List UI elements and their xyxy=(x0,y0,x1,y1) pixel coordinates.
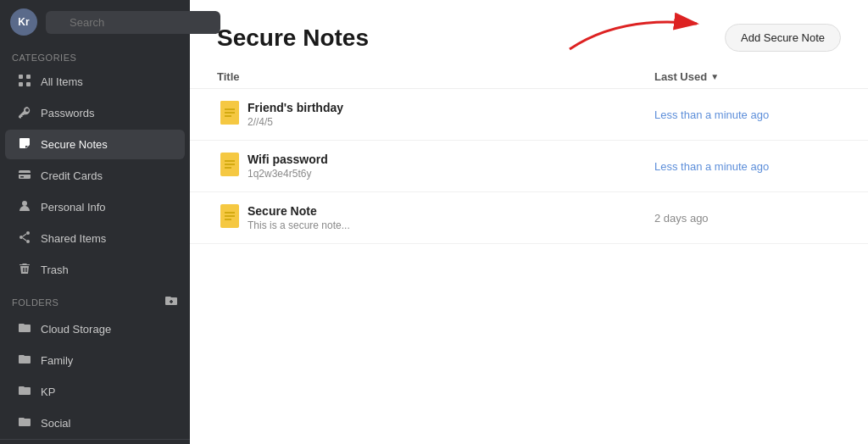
sidebar-item-kp[interactable]: KP xyxy=(5,377,185,407)
sidebar-item-passwords[interactable]: Passwords xyxy=(5,98,185,128)
note-preview: This is a secure note... xyxy=(248,219,654,231)
col-title-header: Title xyxy=(217,70,654,83)
svg-point-7 xyxy=(22,201,27,206)
folder-icon xyxy=(17,415,32,431)
note-info: Secure Note This is a secure note... xyxy=(248,204,654,231)
sidebar-item-label: Social xyxy=(41,417,70,430)
sidebar-item-shared-items[interactable]: Shared Items xyxy=(5,224,185,253)
arrow-annotation xyxy=(553,7,722,58)
note-file-icon xyxy=(217,99,248,130)
sidebar-item-family[interactable]: Family xyxy=(5,346,185,375)
note-preview: 2//4/5 xyxy=(248,116,654,128)
note-file-icon xyxy=(217,151,248,181)
main-relative-container: Secure Notes Add Secure Note Title Last … xyxy=(190,0,868,444)
sidebar: Kr 🔍 Categories All Items Passwords Secu… xyxy=(0,0,190,444)
sidebar-header: Kr 🔍 xyxy=(0,0,190,44)
share-icon xyxy=(17,230,32,247)
svg-rect-2 xyxy=(19,82,23,86)
page-title: Secure Notes xyxy=(217,25,369,52)
svg-rect-0 xyxy=(19,75,23,79)
sidebar-item-personal-info[interactable]: Personal Info xyxy=(5,192,185,222)
sidebar-item-label: Credit Cards xyxy=(41,169,103,182)
note-row[interactable]: Wifi password 1q2w3e4r5t6y Less than a m… xyxy=(190,141,868,192)
svg-point-10 xyxy=(26,240,30,243)
svg-rect-6 xyxy=(20,176,24,178)
sidebar-item-all-items[interactable]: All Items xyxy=(5,67,185,97)
main-header: Secure Notes Add Secure Note xyxy=(190,0,868,65)
note-preview: 1q2w3e4r5t6y xyxy=(248,168,654,180)
note-title: Friend's birthday xyxy=(248,101,654,114)
note-last-used: Less than a minute ago xyxy=(654,160,841,173)
note-row[interactable]: Friend's birthday 2//4/5 Less than a min… xyxy=(190,89,868,141)
sidebar-item-label: All Items xyxy=(41,75,83,88)
note-row[interactable]: Secure Note This is a secure note... 2 d… xyxy=(190,192,868,244)
note-title: Secure Note xyxy=(248,204,654,218)
sidebar-item-label: Personal Info xyxy=(41,201,106,214)
add-secure-note-button[interactable]: Add Secure Note xyxy=(725,24,841,52)
trash-icon xyxy=(17,262,32,278)
sidebar-item-label: Shared Items xyxy=(41,232,106,245)
sidebar-item-cloud-storage[interactable]: Cloud Storage xyxy=(5,314,185,344)
col-last-used-header[interactable]: Last Used ▼ xyxy=(654,70,841,83)
sidebar-item-label: KP xyxy=(41,386,55,398)
folders-label: Folders xyxy=(12,297,58,308)
sidebar-item-social[interactable]: Social xyxy=(5,408,185,438)
person-icon xyxy=(17,199,32,215)
note-info: Wifi password 1q2w3e4r5t6y xyxy=(248,153,654,180)
note-title: Wifi password xyxy=(248,153,654,166)
svg-rect-1 xyxy=(26,75,31,79)
folder-icon xyxy=(17,384,32,400)
note-last-used: Less than a minute ago xyxy=(654,108,841,121)
grid-icon xyxy=(17,74,32,90)
sidebar-item-label: Secure Notes xyxy=(41,138,108,151)
folders-section-header: Folders xyxy=(0,286,190,314)
folder-icon xyxy=(17,321,32,337)
main-content: Secure Notes Add Secure Note Title Last … xyxy=(190,0,868,444)
sidebar-item-label: Passwords xyxy=(41,107,95,119)
add-folder-button[interactable] xyxy=(164,294,178,310)
note-info: Friend's birthday 2//4/5 xyxy=(248,101,654,128)
sort-chevron-icon: ▼ xyxy=(710,72,719,81)
note-icon xyxy=(17,136,32,153)
key-icon xyxy=(17,105,32,121)
sidebar-item-label: Cloud Storage xyxy=(41,323,111,336)
sidebar-item-secure-notes[interactable]: Secure Notes xyxy=(5,130,185,159)
sidebar-item-trash[interactable]: Trash xyxy=(5,255,185,285)
sidebar-item-label: Family xyxy=(41,354,73,367)
folder-icon xyxy=(17,352,32,369)
table-header: Title Last Used ▼ xyxy=(190,65,868,89)
sidebar-item-label: Trash xyxy=(41,264,69,276)
sidebar-bottom-bar: Settings Tools Lock xyxy=(0,439,190,444)
sidebar-item-credit-cards[interactable]: Credit Cards xyxy=(5,161,185,191)
svg-point-9 xyxy=(19,236,23,239)
svg-rect-5 xyxy=(19,173,31,175)
avatar[interactable]: Kr xyxy=(10,8,37,36)
svg-rect-3 xyxy=(26,82,31,86)
note-file-icon xyxy=(217,203,248,233)
svg-point-8 xyxy=(26,231,30,235)
categories-label: Categories xyxy=(0,44,190,66)
note-last-used: 2 days ago xyxy=(654,212,841,225)
card-icon xyxy=(17,168,32,184)
